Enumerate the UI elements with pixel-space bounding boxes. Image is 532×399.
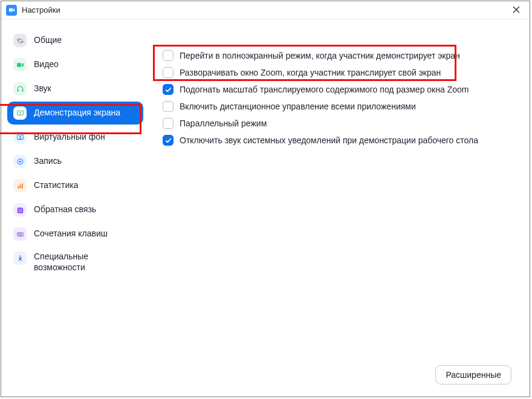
virtual-background-icon xyxy=(13,131,27,144)
statistics-icon xyxy=(13,179,27,192)
feedback-icon xyxy=(13,203,27,216)
sidebar-item-accessibility[interactable]: Специальные возможности xyxy=(7,247,143,277)
sidebar-item-recording[interactable]: Запись xyxy=(7,150,143,173)
sidebar-item-virtual-background[interactable]: Виртуальный фон xyxy=(7,126,143,149)
sidebar-item-label: Видео xyxy=(34,59,59,70)
sidebar-item-label: Звук xyxy=(34,83,51,94)
sidebar-item-feedback[interactable]: Обратная связь xyxy=(7,198,143,221)
settings-window: Настройки Общие Видео xyxy=(1,1,530,397)
sidebar-item-label: Виртуальный фон xyxy=(34,132,105,143)
window-title: Настройки xyxy=(22,5,60,15)
option-fit-to-window[interactable]: Подогнать масштаб транслируемого содержи… xyxy=(163,83,511,96)
svg-point-8 xyxy=(19,136,21,138)
video-icon xyxy=(13,58,27,71)
svg-point-19 xyxy=(19,233,20,234)
svg-point-18 xyxy=(18,233,19,234)
svg-rect-3 xyxy=(17,63,21,67)
option-label: Разворачивать окно Zoom, когда участник … xyxy=(180,68,441,77)
checkbox[interactable] xyxy=(163,50,174,61)
svg-rect-5 xyxy=(22,89,23,92)
checkbox[interactable] xyxy=(163,118,174,129)
option-label: Параллельный режим xyxy=(180,118,267,128)
sidebar-item-general[interactable]: Общие xyxy=(7,29,143,52)
option-maximize-window[interactable]: Разворачивать окно Zoom, когда участник … xyxy=(163,66,511,79)
share-screen-options: Перейти в полноэкранный режим, когда уча… xyxy=(163,50,511,146)
keyboard-icon xyxy=(13,227,27,241)
sidebar-item-label: Сочетания клавиш xyxy=(34,229,108,239)
option-label: Отключить звук системных уведомлений при… xyxy=(180,135,478,145)
option-label: Включить дистанционное управление всеми … xyxy=(180,102,416,111)
settings-sidebar: Общие Видео Звук Демонстрация экрана xyxy=(1,19,149,397)
close-button[interactable] xyxy=(508,5,525,15)
svg-point-10 xyxy=(19,160,21,162)
sidebar-item-video[interactable]: Видео xyxy=(7,53,143,76)
accessibility-icon xyxy=(13,251,27,265)
checkbox[interactable] xyxy=(163,67,174,78)
sidebar-item-label: Запись xyxy=(34,156,62,167)
svg-rect-11 xyxy=(18,186,19,188)
svg-rect-17 xyxy=(17,232,23,236)
svg-point-16 xyxy=(21,209,22,210)
svg-rect-14 xyxy=(17,207,23,213)
sidebar-item-share-screen[interactable]: Демонстрация экрана xyxy=(7,102,143,125)
option-label: Перейти в полноэкранный режим, когда уча… xyxy=(180,51,460,60)
sidebar-item-label: Демонстрация экрана xyxy=(34,108,120,118)
svg-rect-13 xyxy=(21,183,22,189)
svg-rect-12 xyxy=(19,184,21,189)
checkbox[interactable] xyxy=(163,135,174,146)
sidebar-item-keyboard-shortcuts[interactable]: Сочетания клавиш xyxy=(7,222,143,245)
headphones-icon xyxy=(13,82,27,96)
titlebar: Настройки xyxy=(1,1,530,19)
advanced-button[interactable]: Расширенные xyxy=(435,365,511,384)
option-side-by-side-mode[interactable]: Параллельный режим xyxy=(163,117,511,129)
gear-icon xyxy=(13,34,27,47)
svg-rect-4 xyxy=(17,89,18,92)
sidebar-item-label: Специальные возможности xyxy=(34,251,137,273)
sidebar-item-label: Общие xyxy=(34,35,62,46)
svg-point-15 xyxy=(19,209,20,210)
svg-point-20 xyxy=(21,233,21,234)
settings-main-panel: Перейти в полноэкранный режим, когда уча… xyxy=(149,19,530,397)
svg-rect-0 xyxy=(8,8,12,12)
record-icon xyxy=(13,155,27,168)
checkbox[interactable] xyxy=(163,101,174,112)
sidebar-item-label: Статистика xyxy=(34,180,79,191)
svg-point-22 xyxy=(19,255,21,256)
share-screen-icon xyxy=(13,106,27,120)
main-footer: Расширенные xyxy=(163,359,511,384)
option-remote-control-all-apps[interactable]: Включить дистанционное управление всеми … xyxy=(163,100,511,112)
sidebar-item-audio[interactable]: Звук xyxy=(7,77,143,100)
option-silence-system-notifications[interactable]: Отключить звук системных уведомлений при… xyxy=(163,134,511,146)
option-enter-fullscreen[interactable]: Перейти в полноэкранный режим, когда уча… xyxy=(163,50,511,62)
sidebar-item-label: Обратная связь xyxy=(34,204,96,215)
sidebar-item-statistics[interactable]: Статистика xyxy=(7,174,143,197)
option-label: Подогнать масштаб транслируемого содержи… xyxy=(180,85,469,94)
checkbox[interactable] xyxy=(163,84,174,95)
zoom-app-icon xyxy=(6,5,17,16)
